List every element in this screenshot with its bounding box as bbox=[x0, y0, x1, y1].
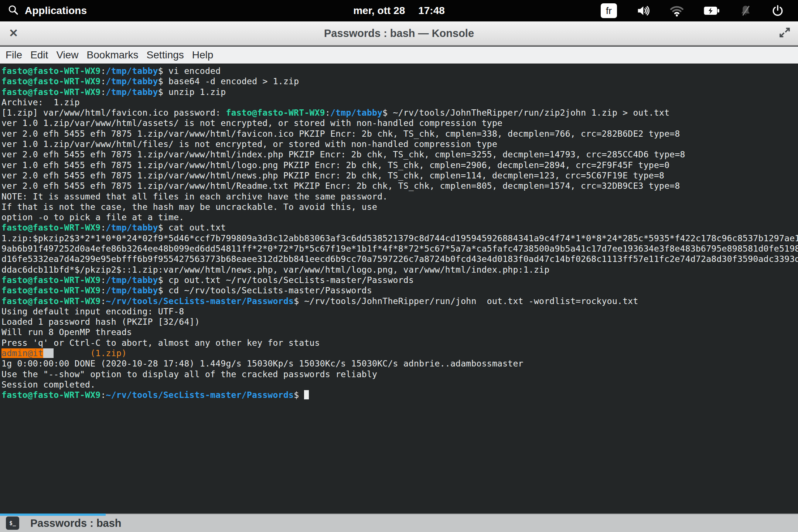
terminal-line: option -o to pick a file at a time. bbox=[1, 212, 798, 222]
terminal-text-segment: Press 'q' or Ctrl-C to abort, almost any… bbox=[1, 338, 320, 348]
menu-item-help[interactable]: Help bbox=[188, 49, 218, 61]
tab-passwords-bash[interactable]: Passwords : bash bbox=[30, 517, 122, 529]
terminal-text-segment: 1g 0:00:00:00 DONE (2020-10-28 17:48) 1.… bbox=[1, 359, 524, 368]
terminal-text-segment: : bbox=[100, 275, 106, 285]
terminal-text-segment: [1.zip] var/www/html/favicon.ico passwor… bbox=[1, 108, 226, 117]
terminal-line: Press 'q' or Ctrl-C to abort, almost any… bbox=[1, 338, 798, 348]
terminal-text-segment: Use the "--show" option to display all o… bbox=[1, 369, 377, 379]
terminal-text-segment: : bbox=[100, 66, 106, 76]
window-titlebar[interactable]: ✕ Passwords : bash — Konsole bbox=[0, 21, 798, 46]
terminal-line: ver 2.0 efh 5455 efh 7875 1.zip/var/www/… bbox=[1, 181, 798, 191]
menu-item-edit[interactable]: Edit bbox=[26, 49, 52, 61]
terminal-text-segment: ~/rv/tools/SecLists-master/Passwords bbox=[106, 296, 294, 306]
terminal-line: admin@it (1.zip) bbox=[1, 348, 798, 358]
menu-item-settings[interactable]: Settings bbox=[143, 49, 188, 61]
terminal-output[interactable]: fasto@fasto-WRT-WX9:/tmp/tabby$ vi encod… bbox=[0, 64, 798, 514]
terminal-text-segment: NOTE: It is assumed that all files in ea… bbox=[1, 192, 388, 201]
terminal-text-segment: ~/rv/tools/SecLists-master/Passwords bbox=[106, 390, 294, 400]
terminal-text-segment: : bbox=[100, 87, 106, 97]
terminal-line: ver 1.0 1.zip/var/www/html/assets/ is no… bbox=[1, 118, 798, 128]
menu-item-view[interactable]: View bbox=[52, 49, 82, 61]
tab-bar: $_ Passwords : bash bbox=[0, 514, 798, 532]
menu-bar: FileEditViewBookmarksSettingsHelp bbox=[0, 47, 798, 64]
terminal-text-segment: $ cp out.txt ~/rv/tools/SecLists-master/… bbox=[158, 275, 414, 285]
terminal-line: Loaded 1 password hash (PKZIP [32/64]) bbox=[1, 317, 798, 327]
maximize-icon[interactable] bbox=[778, 26, 791, 41]
terminal-line: fasto@fasto-WRT-WX9:/tmp/tabby$ cp out.t… bbox=[1, 275, 798, 285]
terminal-text-segment: (1.zip) bbox=[90, 348, 127, 358]
terminal-line: fasto@fasto-WRT-WX9:/tmp/tabby$ unzip 1.… bbox=[1, 87, 798, 97]
terminal-text-segment: : bbox=[325, 108, 330, 117]
keyboard-layout-indicator[interactable]: fr bbox=[601, 3, 617, 18]
terminal-text-segment: ddac6dcb11bfd*$/pkzip2$::1.zip:var/www/h… bbox=[1, 265, 549, 274]
terminal-text-segment: fasto@fasto-WRT-WX9 bbox=[1, 223, 100, 232]
terminal-line: 1.zip:$pkzip2$3*2*1*0*0*24*02f9*5d46*ccf… bbox=[1, 233, 798, 243]
terminal-line: Use the "--show" option to display all o… bbox=[1, 369, 798, 379]
terminal-line: ver 2.0 efh 5455 efh 7875 1.zip/var/www/… bbox=[1, 149, 798, 160]
terminal-text-segment: If that is not the case, the hash may be… bbox=[1, 202, 377, 212]
terminal-line: ver 1.0 efh 5455 efh 7875 1.zip/var/www/… bbox=[1, 160, 798, 170]
terminal-line: fasto@fasto-WRT-WX9:/tmp/tabby$ base64 -… bbox=[1, 76, 798, 86]
terminal-line: 9ab6b91f497252d0a4efe86b3264ee48b099ed6d… bbox=[1, 243, 798, 254]
terminal-text-segment: $ bbox=[294, 390, 304, 400]
terminal-line: Using default input encoding: UTF-8 bbox=[1, 306, 798, 317]
terminal-text-segment: Loaded 1 password hash (PKZIP [32/64]) bbox=[1, 317, 200, 327]
wifi-icon[interactable] bbox=[669, 4, 684, 17]
terminal-line: fasto@fasto-WRT-WX9:/tmp/tabby$ cd ~/rv/… bbox=[1, 285, 798, 296]
terminal-text-segment: /tmp/tabby bbox=[106, 275, 158, 285]
terminal-line: fasto@fasto-WRT-WX9:/tmp/tabby$ cat out.… bbox=[1, 222, 798, 233]
applications-menu-button[interactable]: Applications bbox=[7, 4, 87, 17]
clock-widget[interactable]: mer, ott 28 17:48 bbox=[353, 5, 445, 17]
terminal-line: ver 2.0 efh 5455 efh 7875 1.zip/var/www/… bbox=[1, 170, 798, 181]
terminal-line: Session completed. bbox=[1, 379, 798, 390]
window-title: Passwords : bash — Konsole bbox=[324, 27, 474, 40]
menu-item-bookmarks[interactable]: Bookmarks bbox=[83, 49, 143, 61]
active-tab-indicator bbox=[0, 514, 106, 516]
terminal-text-segment: fasto@fasto-WRT-WX9 bbox=[1, 286, 100, 295]
terminal-text-segment: /tmp/tabby bbox=[106, 87, 158, 97]
applications-menu-label: Applications bbox=[25, 5, 87, 17]
close-icon[interactable]: ✕ bbox=[9, 28, 18, 39]
menu-item-file[interactable]: File bbox=[1, 49, 26, 61]
terminal-text-segment: ver 2.0 efh 5455 efh 7875 1.zip/var/www/… bbox=[1, 171, 664, 180]
battery-charging-icon[interactable] bbox=[703, 5, 720, 16]
terminal-line: fasto@fasto-WRT-WX9:~/rv/tools/SecLists-… bbox=[1, 390, 798, 400]
terminal-text-segment: fasto@fasto-WRT-WX9 bbox=[1, 275, 100, 285]
terminal-text-segment: fasto@fasto-WRT-WX9 bbox=[1, 87, 100, 97]
desktop-screen: Applications mer, ott 28 17:48 fr bbox=[0, 0, 798, 532]
terminal-text-segment: $ cat out.txt bbox=[158, 223, 226, 232]
power-icon[interactable] bbox=[771, 4, 784, 17]
terminal-line: fasto@fasto-WRT-WX9:~/rv/tools/SecLists-… bbox=[1, 296, 798, 306]
terminal-text-segment: Using default input encoding: UTF-8 bbox=[1, 307, 184, 316]
terminal-text-segment: Will run 8 OpenMP threads bbox=[1, 327, 132, 337]
terminal-text-segment: ver 2.0 efh 5455 efh 7875 1.zip/var/www/… bbox=[1, 150, 685, 159]
terminal-text-segment: fasto@fasto-WRT-WX9 bbox=[226, 108, 325, 117]
terminal-text-segment: : bbox=[100, 296, 106, 306]
terminal-text-segment: $ ~/rv/tools/JohnTheRipper/run/john out.… bbox=[294, 296, 638, 306]
terminal-text-segment: /tmp/tabby bbox=[330, 108, 382, 117]
terminal-text-segment: d16fe5332ea7d4a299e95ebfff6b9f9554275637… bbox=[1, 254, 798, 264]
terminal-text-segment: /tmp/tabby bbox=[106, 286, 158, 295]
terminal-line: If that is not the case, the hash may be… bbox=[1, 202, 798, 212]
terminal-text-segment: ver 1.0 1.zip/var/www/html/files/ is not… bbox=[1, 139, 497, 149]
search-icon bbox=[7, 4, 19, 17]
notifications-muted-icon[interactable] bbox=[739, 4, 752, 17]
terminal-text-segment: 9ab6b91f497252d0a4efe86b3264ee48b099ed6d… bbox=[1, 244, 798, 253]
clock-date: mer, ott 28 bbox=[353, 5, 405, 17]
system-tray: fr bbox=[601, 3, 798, 18]
terminal-text-segment: fasto@fasto-WRT-WX9 bbox=[1, 390, 100, 400]
terminal-line: ver 1.0 1.zip/var/www/html/files/ is not… bbox=[1, 139, 798, 149]
terminal-line: ddac6dcb11bfd*$/pkzip2$::1.zip:var/www/h… bbox=[1, 265, 798, 275]
terminal-text-segment: $ base64 -d encoded > 1.zip bbox=[158, 76, 299, 86]
system-panel: Applications mer, ott 28 17:48 fr bbox=[0, 0, 798, 21]
cracked-password-highlight: admin@it bbox=[1, 348, 43, 358]
terminal-text-segment: $ unzip 1.zip bbox=[158, 87, 226, 97]
terminal-text-segment: option -o to pick a file at a time. bbox=[1, 212, 184, 222]
terminal-text-segment: : bbox=[100, 223, 106, 232]
terminal-text-segment: fasto@fasto-WRT-WX9 bbox=[1, 66, 100, 76]
terminal-text-segment: ver 2.0 efh 5455 efh 7875 1.zip/var/www/… bbox=[1, 181, 680, 191]
volume-icon[interactable] bbox=[636, 4, 650, 18]
terminal-text-segment: : bbox=[100, 286, 106, 295]
terminal-text-segment: fasto@fasto-WRT-WX9 bbox=[1, 296, 100, 306]
terminal-line: Archive: 1.zip bbox=[1, 97, 798, 108]
